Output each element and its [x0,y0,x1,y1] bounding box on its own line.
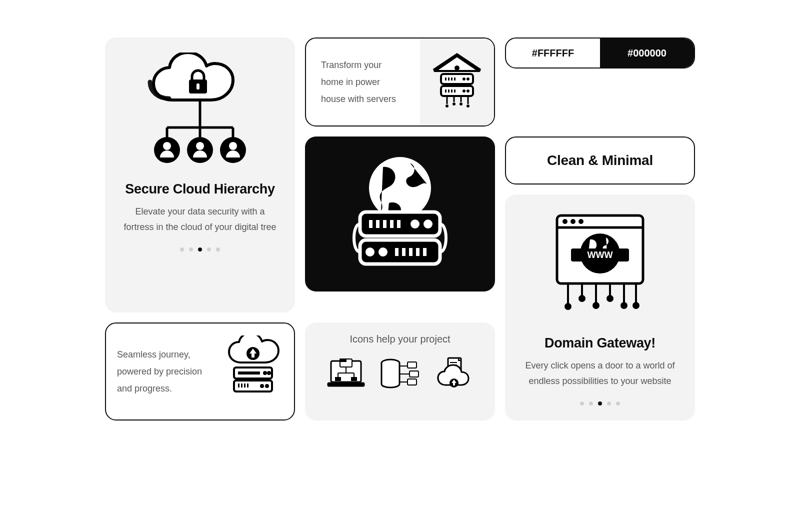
swatch-dark: #000000 [600,38,694,68]
svg-rect-51 [402,248,406,256]
card-description: Every click opens a door to a world of e… [520,358,680,388]
svg-point-74 [634,303,638,308]
svg-rect-24 [445,90,446,92]
card-icons-help: Icons help your project [305,322,495,420]
svg-point-66 [580,296,584,301]
card-title: Domain Gateway! [544,336,656,351]
svg-rect-42 [376,220,380,228]
svg-point-88 [265,384,269,388]
pagination-dots[interactable] [580,402,620,406]
svg-rect-26 [451,90,452,92]
svg-rect-97 [335,377,341,381]
svg-point-48 [366,248,374,256]
svg-point-87 [260,384,264,388]
svg-rect-44 [390,220,394,228]
svg-rect-41 [369,220,372,228]
svg-text:WWW: WWW [588,250,613,260]
card-title: Icons help your project [350,334,450,345]
cloud-upload-doc-icon [434,356,474,394]
svg-rect-54 [423,248,426,256]
card-secure-cloud-hierarchy: Secure Cloud Hierarchy Elevate your data… [105,38,295,312]
svg-rect-77 [252,352,254,358]
laptop-folder-icon [326,356,366,394]
svg-point-70 [608,296,612,301]
svg-point-72 [622,303,626,308]
svg-rect-53 [416,248,420,256]
home-server-icon [420,38,494,126]
svg-rect-84 [241,384,242,388]
svg-rect-92 [340,359,346,362]
card-heading: Clean & Minimal [547,152,653,168]
svg-point-64 [566,304,570,309]
svg-rect-98 [351,377,357,381]
svg-point-46 [410,220,420,228]
cloud-upload-server-icon [223,336,283,408]
globe-server-icon [335,148,465,280]
svg-point-57 [562,219,568,224]
color-swatch-card: #FFFFFF #000000 [505,38,695,68]
svg-rect-21 [454,78,456,80]
svg-point-49 [378,248,388,256]
card-globe-server-feature [305,136,495,292]
svg-rect-18 [445,78,446,80]
svg-point-37 [466,104,470,108]
svg-rect-27 [454,90,456,92]
svg-rect-50 [395,248,398,256]
card-transform-home: Transform your home in power house with … [305,38,495,126]
card-text: Seamless journey, powered by precision a… [117,346,218,398]
svg-point-31 [446,104,448,108]
card-domain-gateway: WWW Domain Gateway! Every click opens a … [505,194,695,420]
svg-point-12 [229,142,237,150]
svg-rect-80 [238,372,260,374]
svg-point-81 [263,371,267,375]
svg-rect-19 [448,78,450,80]
svg-rect-104 [410,371,418,377]
svg-point-33 [452,102,456,106]
card-clean-minimal: Clean & Minimal [505,136,695,184]
card-description: Elevate your data security with a fortre… [120,204,280,234]
svg-point-35 [460,102,462,106]
svg-rect-1 [196,84,200,90]
svg-rect-85 [244,384,246,388]
cloud-lock-hierarchy-icon [145,52,255,170]
svg-point-28 [462,90,466,92]
svg-rect-25 [448,90,450,92]
database-folders-icon [378,356,422,394]
svg-rect-52 [409,248,412,256]
svg-point-29 [466,90,470,92]
svg-rect-103 [408,362,416,368]
pagination-dots[interactable] [180,248,220,252]
svg-rect-43 [383,220,386,228]
svg-rect-83 [238,384,240,388]
svg-rect-107 [450,362,457,363]
svg-point-10 [163,142,171,150]
svg-rect-112 [453,382,455,386]
browser-www-network-icon: WWW [550,210,650,322]
svg-point-47 [424,220,432,228]
card-title: Secure Cloud Hierarchy [125,182,275,197]
svg-point-22 [462,78,466,80]
svg-rect-45 [397,220,400,228]
card-text: Transform your home in power house with … [321,56,405,108]
svg-point-11 [196,142,204,150]
svg-point-68 [594,303,598,308]
svg-rect-86 [247,384,248,388]
svg-point-82 [267,371,271,375]
svg-point-23 [466,78,470,80]
card-seamless-journey: Seamless journey, powered by precision a… [105,322,295,420]
svg-rect-90 [328,383,364,386]
svg-point-58 [570,219,576,224]
svg-point-15 [454,66,460,70]
swatch-light: #FFFFFF [506,38,600,68]
svg-rect-20 [451,78,452,80]
svg-rect-105 [408,379,416,385]
svg-point-59 [578,219,584,224]
